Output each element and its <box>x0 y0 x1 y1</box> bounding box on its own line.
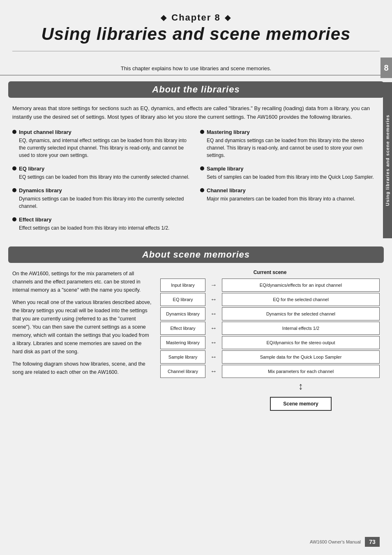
page-footer: AW1600 Owner's Manual 73 <box>0 537 392 547</box>
library-col-left: Input channel library EQ, dynamics, and … <box>12 129 192 238</box>
page-container: ◆ Chapter 8 ◆ Using libraries and scene … <box>0 0 392 555</box>
diagram-row-3: Effect library ↔ Internal effects 1/2 <box>160 322 380 335</box>
desc-box-5: Sample data for the Quick Loop Sampler <box>222 350 380 364</box>
library-item-desc: EQ, dynamics, and internal effect settin… <box>12 137 192 159</box>
diagram-row-4: Mastering library ↔ EQ/dynamics for the … <box>160 336 380 349</box>
chapter-header: ◆ Chapter 8 ◆ Using libraries and scene … <box>0 0 392 48</box>
scene-memory-box: Scene memory <box>270 397 331 411</box>
chapter-number: Chapter 8 <box>171 12 220 23</box>
list-item: Input channel library EQ, dynamics, and … <box>12 129 192 159</box>
library-item-title: EQ library <box>12 166 192 172</box>
library-item-title: Input channel library <box>12 129 192 135</box>
lib-box-0: Input library <box>160 279 205 292</box>
list-item: Channel library Major mix parameters can… <box>200 187 380 203</box>
desc-box-4: EQ/dynamics for the stereo output <box>222 336 380 349</box>
bullet-icon <box>200 188 204 192</box>
diagram-row-0: Input library → EQ/dynamics/effects for … <box>160 279 380 292</box>
desc-box-1: EQ for the selected channel <box>222 293 380 306</box>
chapter-subtitle: This chapter explains how to use librari… <box>0 58 392 76</box>
bullet-icon <box>12 130 16 134</box>
arrow-5: ↔ <box>205 353 222 361</box>
diagram-row-1: EQ library ↔ EQ for the selected channel <box>160 293 380 306</box>
header-divider <box>12 51 380 51</box>
library-item-desc: Effect settings can be loaded from this … <box>12 224 192 232</box>
arrow-4: ↔ <box>205 339 222 346</box>
library-item-desc: EQ settings can be loaded from this libr… <box>12 173 192 181</box>
library-columns: Input channel library EQ, dynamics, and … <box>12 129 380 238</box>
lib-box-1: EQ library <box>160 293 205 306</box>
arrow-down-container: ↕ <box>160 380 380 392</box>
list-item: EQ library EQ settings can be loaded fro… <box>12 166 192 181</box>
bullet-icon <box>12 217 16 221</box>
arrow-down-icon: ↕ <box>298 380 303 392</box>
diagram-row-6: Channel library ↔ Mix parameters for eac… <box>160 365 380 378</box>
footer-product: AW1600 Owner's Manual <box>310 539 361 544</box>
library-item-desc: Sets of samples can be loaded from this … <box>200 173 380 181</box>
right-sidebar: Using libraries and scene memories <box>383 82 392 238</box>
bullet-icon <box>200 130 204 134</box>
library-item-desc: Dynamics settings can be loaded from thi… <box>12 195 192 210</box>
list-item: Dynamics library Dynamics settings can b… <box>12 187 192 210</box>
scene-para-1: On the AW1600, settings for the mix para… <box>12 269 152 294</box>
arrow-6: ↔ <box>205 368 222 375</box>
list-item: Effect library Effect settings can be lo… <box>12 216 192 232</box>
diagram-row-2: Dynamics library ↔ Dynamics for the sele… <box>160 307 380 320</box>
desc-box-2: Dynamics for the selected channel <box>222 307 380 320</box>
lib-box-4: Mastering library <box>160 336 205 349</box>
library-item-name: Input channel library <box>19 129 71 135</box>
diagram-outer: Input library → EQ/dynamics/effects for … <box>160 279 380 411</box>
desc-box-0: EQ/dynamics/effects for an input channel <box>222 279 380 292</box>
arrow-1: ↔ <box>205 296 222 303</box>
scene-diagram: Current scene Input library → EQ/dynamic… <box>160 269 380 411</box>
scene-memories-banner: About scene memories <box>8 246 384 263</box>
library-item-title: Effect library <box>12 216 192 223</box>
library-col-right: Mastering library EQ and dynamics settin… <box>200 129 380 238</box>
library-item-name: Dynamics library <box>19 187 62 193</box>
diamond-right: ◆ <box>225 13 231 22</box>
desc-box-6: Mix parameters for each channel <box>222 365 380 378</box>
lib-box-3: Effect library <box>160 322 205 335</box>
bullet-icon <box>12 166 16 170</box>
scene-section: On the AW1600, settings for the mix para… <box>0 269 392 419</box>
library-item-desc: Major mix parameters can be loaded from … <box>200 195 380 203</box>
scene-text-block: On the AW1600, settings for the mix para… <box>12 269 152 376</box>
library-item-title: Channel library <box>200 187 380 193</box>
scene-para-2: When you recall one of the various libra… <box>12 298 152 356</box>
chapter-number-tab: 8 <box>380 58 392 78</box>
chapter-line: ◆ Chapter 8 ◆ <box>8 12 384 23</box>
library-item-name: Effect library <box>19 216 51 223</box>
scene-content: On the AW1600, settings for the mix para… <box>12 269 380 411</box>
diagram-row-5: Sample library ↔ Sample data for the Qui… <box>160 350 380 364</box>
arrow-2: ↔ <box>205 310 222 318</box>
libraries-banner: About the libraries <box>8 81 384 98</box>
bullet-icon <box>12 188 16 192</box>
arrow-down-wrapper: ↕ <box>222 380 380 392</box>
diamond-left: ◆ <box>161 13 167 22</box>
chapter-tab-number: 8 <box>384 63 388 73</box>
library-item-title: Sample library <box>200 166 380 172</box>
libraries-intro: Memory areas that store settings for sec… <box>0 104 392 238</box>
lib-box-5: Sample library <box>160 350 205 364</box>
list-item: Mastering library EQ and dynamics settin… <box>200 129 380 159</box>
library-item-name: Mastering library <box>207 129 250 135</box>
page-number: 73 <box>365 537 380 547</box>
bullet-icon <box>200 166 204 170</box>
arrow-0: → <box>205 281 222 289</box>
scene-memory-container: Scene memory <box>160 394 380 411</box>
desc-box-3: Internal effects 1/2 <box>222 322 380 335</box>
library-item-name: EQ library <box>19 166 44 172</box>
chapter-title: Using libraries and scene memories <box>8 25 384 44</box>
sidebar-label: Using libraries and scene memories <box>385 115 390 206</box>
library-item-desc: EQ and dynamics settings can be loaded f… <box>200 137 380 159</box>
arrow-3: ↔ <box>205 325 222 332</box>
list-item: Sample library Sets of samples can be lo… <box>200 166 380 181</box>
scene-para-3: The following diagram shows how librarie… <box>12 360 152 376</box>
lib-box-2: Dynamics library <box>160 307 205 320</box>
libraries-intro-text: Memory areas that store settings for sec… <box>12 104 380 122</box>
library-item-title: Dynamics library <box>12 187 192 193</box>
lib-box-6: Channel library <box>160 365 205 378</box>
library-item-title: Mastering library <box>200 129 380 135</box>
library-item-name: Channel library <box>207 187 246 193</box>
library-item-name: Sample library <box>207 166 244 172</box>
scene-memory-wrapper: Scene memory <box>222 394 380 411</box>
